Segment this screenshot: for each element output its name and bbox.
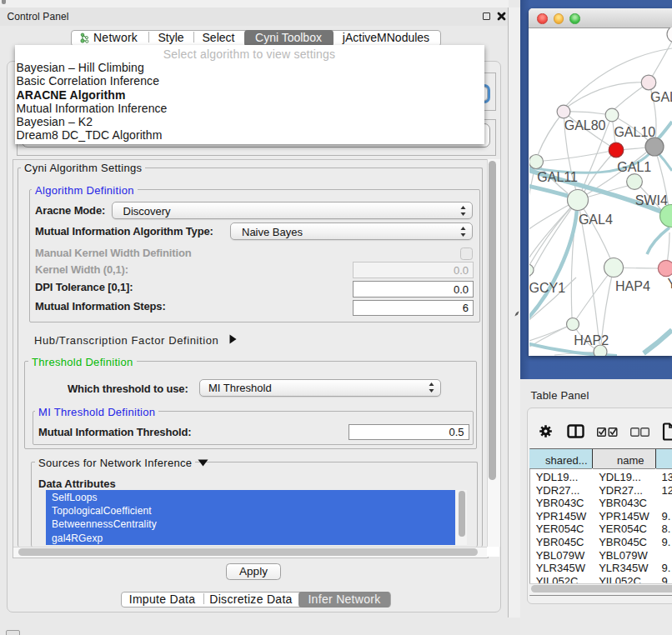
svg-text:SWI4: SWI4 — [635, 193, 668, 208]
svg-text:GCY1: GCY1 — [529, 281, 565, 295]
svg-text:GAL2: GAL2 — [650, 90, 672, 104]
svg-text:GAL10: GAL10 — [614, 125, 655, 139]
svg-text:HAP4: HAP4 — [615, 279, 650, 293]
svg-text:YEL: YEL — [668, 277, 672, 291]
svg-text:GAL11: GAL11 — [537, 170, 578, 184]
svg-text:GAL4: GAL4 — [579, 212, 613, 227]
svg-text:GAL1: GAL1 — [617, 160, 651, 174]
svg-text:GAL80: GAL80 — [564, 118, 606, 132]
svg-text:HAP2: HAP2 — [574, 333, 609, 348]
